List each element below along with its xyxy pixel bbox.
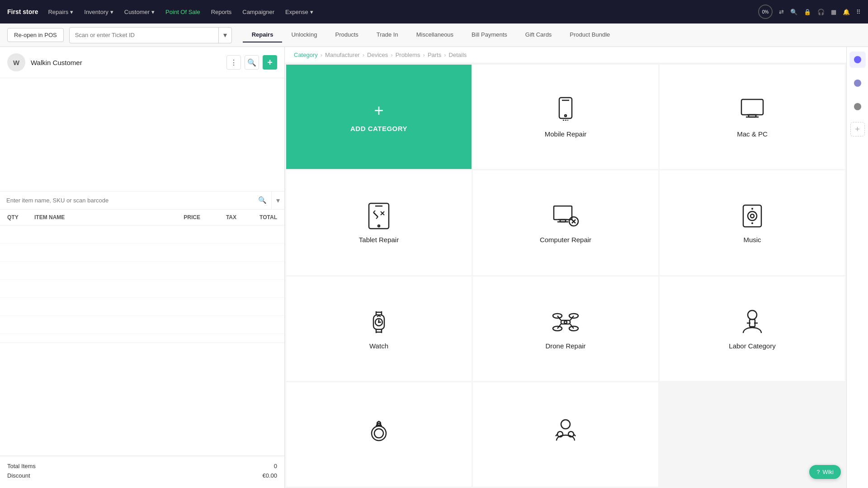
tab-products[interactable]: Products xyxy=(326,28,367,42)
customer-actions: ⋮ 🔍 + xyxy=(226,55,277,70)
customer-name: Walkin Customer xyxy=(31,59,82,66)
mobile-repair-card[interactable]: Mobile Repair xyxy=(473,65,658,169)
pos-tabs: Repairs Unlocking Products Trade In Misc… xyxy=(243,28,619,42)
computer-repair-label: Computer Repair xyxy=(540,236,591,244)
sidebar-app-icon-2[interactable] xyxy=(849,75,866,91)
breadcrumb-parts: Parts xyxy=(428,52,441,58)
watch-label: Watch xyxy=(369,342,388,350)
tab-gift-cards[interactable]: Gift Cards xyxy=(516,28,561,42)
add-category-card[interactable]: + ADD CATEGORY xyxy=(286,65,472,169)
breadcrumb-category[interactable]: Category xyxy=(294,52,318,58)
computer-repair-icon xyxy=(551,202,580,230)
sidebar-add-button[interactable]: + xyxy=(850,122,865,136)
nav-reports[interactable]: Reports xyxy=(207,6,236,18)
discount-value: €0.00 xyxy=(262,472,277,479)
svg-line-14 xyxy=(373,211,375,212)
top-navigation: First store Repairs ▾ Inventory ▾ Custom… xyxy=(0,0,868,23)
items-empty-rows xyxy=(0,225,284,343)
right-panel: Category › Manufacturer › Devices › Prob… xyxy=(285,47,846,488)
empty-row xyxy=(0,298,284,316)
ticket-input-wrap: ▾ xyxy=(69,27,232,43)
labor-icon xyxy=(738,308,767,337)
sync-icon[interactable]: ⇄ xyxy=(779,9,784,15)
svg-rect-4 xyxy=(741,99,763,115)
sidebar-app-icon-3[interactable] xyxy=(849,99,866,115)
svg-point-26 xyxy=(751,208,753,210)
sidebar-app-icon-1[interactable] xyxy=(849,52,866,68)
progress-circle: 0% xyxy=(758,5,773,19)
tab-trade-in[interactable]: Trade In xyxy=(368,28,407,42)
search-icon[interactable]: 🔍 xyxy=(790,9,797,15)
nav-expense[interactable]: Expense ▾ xyxy=(281,6,318,18)
col-header-tax: TAX xyxy=(200,214,236,221)
total-items-row: Total Items 0 xyxy=(7,463,277,469)
nav-campaigner[interactable]: Campaigner xyxy=(238,6,279,18)
item-search-input[interactable] xyxy=(0,192,254,209)
tab-product-bundle[interactable]: Product Bundle xyxy=(561,28,619,42)
ticket-input-dropdown[interactable]: ▾ xyxy=(218,28,231,43)
svg-point-63 xyxy=(854,56,861,63)
brand-name[interactable]: First store xyxy=(7,8,38,15)
watch-card[interactable]: Watch xyxy=(286,277,472,381)
col-header-price: PRICE xyxy=(160,214,200,221)
tab-miscellaneous[interactable]: Miscellaneous xyxy=(407,28,462,42)
breadcrumb-sep-5: › xyxy=(444,52,446,58)
table-header: QTY ITEM NAME PRICE TAX TOTAL xyxy=(0,210,284,225)
reopen-pos-button[interactable]: Re-open in POS xyxy=(7,28,64,42)
svg-point-54 xyxy=(374,429,383,438)
nav-repairs[interactable]: Repairs ▾ xyxy=(43,6,78,18)
lock-icon[interactable]: 🔒 xyxy=(804,9,811,15)
breadcrumb-manufacturer: Manufacturer xyxy=(325,52,360,58)
svg-point-25 xyxy=(750,214,754,218)
mobile-repair-icon xyxy=(551,96,580,125)
nav-inventory[interactable]: Inventory ▾ xyxy=(80,6,118,18)
empty-row xyxy=(0,244,284,262)
col-header-total: TOTAL xyxy=(236,214,277,221)
breadcrumb-details: Details xyxy=(449,52,467,58)
music-card[interactable]: Music xyxy=(660,170,845,275)
mobile-repair-label: Mobile Repair xyxy=(545,130,587,138)
svg-point-24 xyxy=(748,211,757,221)
empty-row xyxy=(0,225,284,244)
support-card[interactable] xyxy=(473,382,658,487)
tab-unlocking[interactable]: Unlocking xyxy=(282,28,326,42)
customer-add-button[interactable]: + xyxy=(263,55,277,70)
customer-search-button[interactable]: 🔍 xyxy=(245,55,259,70)
customer-empty-area xyxy=(0,78,284,191)
category-grid: + ADD CATEGORY Mobile Repair xyxy=(285,63,846,488)
tablet-repair-label: Tablet Repair xyxy=(359,236,399,244)
drone-repair-card[interactable]: Drone Repair xyxy=(473,277,658,381)
ticket-input[interactable] xyxy=(70,32,218,38)
nav-pos[interactable]: Point Of Sale xyxy=(161,6,205,18)
discount-row: Discount €0.00 xyxy=(7,472,277,479)
plus-icon: + xyxy=(374,101,383,120)
nav-customer[interactable]: Customer ▾ xyxy=(120,6,159,18)
drone-icon xyxy=(551,308,580,337)
svg-line-15 xyxy=(376,217,378,219)
computer-repair-card[interactable]: Computer Repair xyxy=(473,170,658,275)
spacer xyxy=(0,343,284,456)
mac-pc-card[interactable]: Mac & PC xyxy=(660,65,845,169)
grid-icon[interactable]: ⠿ xyxy=(856,9,861,15)
bell-icon[interactable]: 🔔 xyxy=(843,9,850,15)
total-section: Total Items 0 Discount €0.00 xyxy=(0,456,284,488)
tab-bill-payments[interactable]: Bill Payments xyxy=(462,28,516,42)
headset-icon[interactable]: 🎧 xyxy=(817,9,825,15)
svg-point-2 xyxy=(565,115,566,117)
svg-point-58 xyxy=(561,420,570,429)
pos-terminal-icon[interactable]: ▦ xyxy=(831,9,836,15)
svg-rect-16 xyxy=(554,206,572,220)
tab-repairs[interactable]: Repairs xyxy=(243,28,283,42)
ring-card[interactable] xyxy=(286,382,472,487)
item-filter-dropdown[interactable]: ▾ xyxy=(271,192,284,209)
mac-pc-icon xyxy=(738,96,767,125)
labor-category-card[interactable]: Labor Category xyxy=(660,277,845,381)
wiki-icon: ? xyxy=(816,469,820,475)
svg-line-13 xyxy=(373,212,378,217)
tablet-repair-card[interactable]: Tablet Repair xyxy=(286,170,472,275)
wiki-button[interactable]: ? Wiki xyxy=(809,465,841,479)
labor-category-label: Labor Category xyxy=(729,342,775,350)
breadcrumb-sep-4: › xyxy=(423,52,425,58)
music-label: Music xyxy=(743,236,761,244)
customer-options-button[interactable]: ⋮ xyxy=(226,55,241,70)
